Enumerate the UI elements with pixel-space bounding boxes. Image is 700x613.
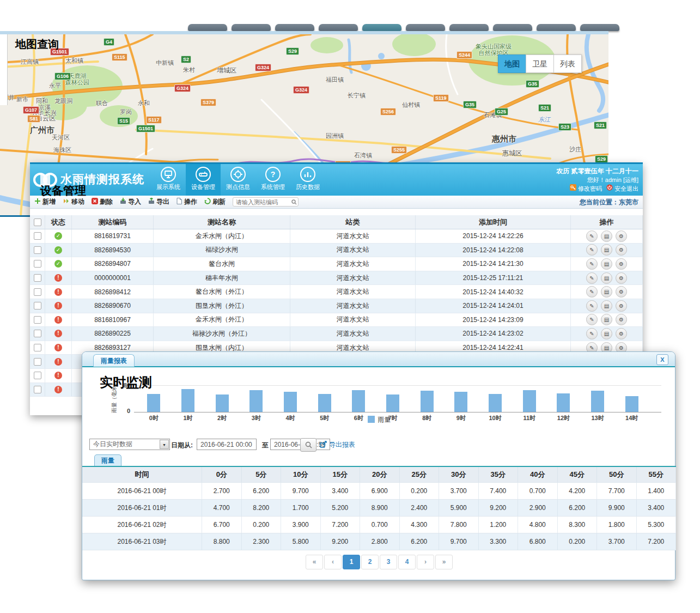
rain-bar[interactable] [489, 394, 502, 412]
logout-link[interactable]: 安全退出 [606, 184, 638, 193]
table-row: !8826890225福禄沙水闸（外江）河道水文站2015-12-24 14:2… [30, 327, 643, 341]
archive-icon[interactable]: ▤ [601, 272, 612, 284]
rain-bar[interactable] [216, 394, 229, 412]
rain-bar[interactable] [249, 390, 263, 412]
settings-icon[interactable]: ⚙ [616, 328, 627, 339]
window-tab[interactable] [493, 24, 532, 31]
search-icon[interactable] [291, 199, 297, 207]
archive-icon[interactable]: ▤ [601, 230, 612, 242]
row-checkbox[interactable] [34, 274, 41, 282]
page-button[interactable]: 4 [398, 555, 416, 569]
map-view-button[interactable]: 列表 [553, 54, 582, 73]
export-report-link[interactable]: 导出报表 [320, 440, 355, 450]
page-button[interactable]: 3 [380, 555, 397, 569]
row-checkbox[interactable] [34, 232, 41, 240]
nav-item-target[interactable]: 测点信息 [221, 164, 255, 196]
query-button[interactable] [300, 438, 316, 452]
archive-icon[interactable]: ▤ [601, 314, 612, 325]
toolbar-button-delete[interactable]: 删除 [92, 197, 113, 207]
edit-icon[interactable]: ✎ [586, 314, 598, 325]
archive-icon[interactable]: ▤ [601, 244, 612, 256]
data-preset-select[interactable]: 今日实时数据 ▼ [89, 439, 170, 450]
settings-icon[interactable]: ⚙ [616, 258, 627, 270]
settings-icon[interactable]: ⚙ [616, 244, 627, 256]
window-tab[interactable] [362, 24, 401, 31]
station-search-input[interactable] [233, 197, 299, 207]
tab-rain[interactable]: 雨量 [94, 454, 121, 466]
row-checkbox[interactable] [34, 358, 41, 366]
row-checkbox[interactable] [34, 330, 41, 337]
archive-icon[interactable]: ▤ [601, 300, 612, 312]
edit-icon[interactable]: ✎ [586, 300, 598, 312]
row-checkbox[interactable] [34, 260, 41, 268]
toolbar-button-move[interactable]: 移动 [63, 197, 84, 207]
rain-bar[interactable] [591, 391, 604, 412]
window-tab[interactable] [537, 24, 576, 31]
nav-item-monitor[interactable]: 展示系统 [151, 164, 186, 196]
rain-bar[interactable] [454, 392, 467, 412]
window-tab[interactable] [188, 24, 227, 31]
window-tab[interactable] [406, 24, 445, 31]
pager-arrow-button[interactable]: » [435, 555, 453, 569]
rain-bar[interactable] [625, 396, 638, 412]
chevron-down-icon[interactable]: ▼ [160, 440, 169, 449]
change-password-link[interactable]: 修改密码 [570, 184, 602, 193]
nav-item-question[interactable]: ?系统管理 [255, 164, 290, 196]
settings-icon[interactable]: ⚙ [616, 314, 627, 325]
pager-arrow-button[interactable]: « [306, 555, 323, 569]
rain-bar[interactable] [352, 390, 365, 412]
window-tab[interactable] [319, 24, 358, 31]
rain-bar[interactable] [421, 391, 434, 412]
rain-bar[interactable] [318, 394, 331, 412]
page-button[interactable]: 1 [343, 555, 360, 569]
page-button[interactable]: 2 [361, 555, 379, 569]
edit-icon[interactable]: ✎ [586, 230, 598, 242]
toolbar-button-operate[interactable]: 操作 [176, 197, 197, 207]
toolbar-button-export[interactable]: 导出 [148, 197, 169, 207]
settings-icon[interactable]: ⚙ [616, 272, 627, 284]
row-checkbox[interactable] [34, 386, 41, 393]
row-checkbox[interactable] [34, 344, 41, 351]
archive-icon[interactable]: ▤ [601, 328, 612, 339]
rain-bar[interactable] [284, 392, 297, 412]
nav-item-device[interactable]: 设备管理 [186, 164, 221, 196]
toolbar-button-import[interactable]: 导入 [120, 197, 141, 207]
window-tab[interactable] [232, 24, 271, 31]
settings-icon[interactable]: ⚙ [616, 230, 627, 242]
toolbar-button-add[interactable]: 新增 [34, 197, 56, 207]
rain-bar[interactable] [386, 394, 399, 412]
row-checkbox[interactable] [34, 372, 41, 379]
select-all-checkbox[interactable] [34, 219, 41, 226]
tab-rain-report[interactable]: 雨量报表 [93, 354, 135, 367]
station-type: 河道水文站 [290, 313, 416, 327]
row-checkbox[interactable] [34, 288, 41, 296]
nav-item-chart[interactable]: 历史数据 [290, 164, 325, 196]
edit-icon[interactable]: ✎ [586, 272, 598, 284]
settings-icon[interactable]: ⚙ [616, 300, 627, 312]
edit-icon[interactable]: ✎ [586, 244, 598, 256]
map-view-button[interactable]: 地图 [498, 54, 526, 73]
map-view-button[interactable]: 卫星 [526, 54, 554, 73]
pager-arrow-button[interactable]: › [417, 555, 434, 569]
window-tab[interactable] [580, 24, 619, 31]
close-icon[interactable]: X [656, 354, 668, 365]
rain-bar[interactable] [523, 390, 536, 412]
edit-icon[interactable]: ✎ [586, 286, 598, 298]
window-tab[interactable] [449, 24, 489, 31]
archive-icon[interactable]: ▤ [601, 258, 612, 270]
rain-bar[interactable] [557, 393, 570, 412]
row-checkbox[interactable] [34, 246, 41, 254]
rain-bar[interactable] [181, 389, 194, 412]
row-checkbox[interactable] [34, 316, 41, 324]
settings-icon[interactable]: ⚙ [616, 286, 627, 298]
edit-icon[interactable]: ✎ [586, 258, 598, 270]
toolbar-button-refresh[interactable]: 刷新 [204, 197, 226, 207]
edit-icon[interactable]: ✎ [586, 328, 598, 339]
rain-bar[interactable] [147, 394, 160, 412]
date-from-input[interactable] [197, 439, 257, 450]
window-tab[interactable] [275, 24, 314, 31]
rain-value-cell: 3.700 [439, 483, 479, 499]
pager-arrow-button[interactable]: ‹ [324, 555, 342, 569]
archive-icon[interactable]: ▤ [601, 286, 612, 298]
row-checkbox[interactable] [34, 302, 41, 309]
